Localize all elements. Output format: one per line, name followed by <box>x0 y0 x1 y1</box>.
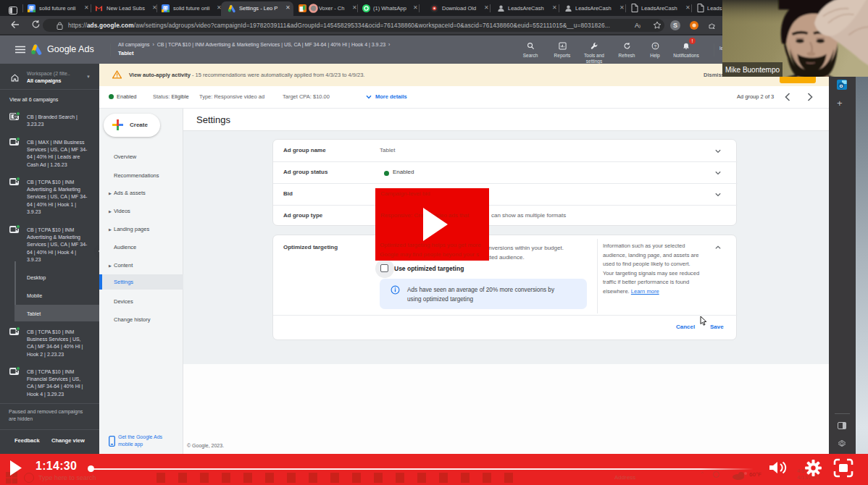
svg-text:S: S <box>673 22 677 29</box>
svg-text:Mike Buontempo: Mike Buontempo <box>725 66 780 74</box>
svg-text:o: o <box>840 83 843 89</box>
svg-text:13: 13 <box>164 7 168 11</box>
svg-text:13: 13 <box>30 7 34 11</box>
svg-text:?: ? <box>654 44 656 48</box>
